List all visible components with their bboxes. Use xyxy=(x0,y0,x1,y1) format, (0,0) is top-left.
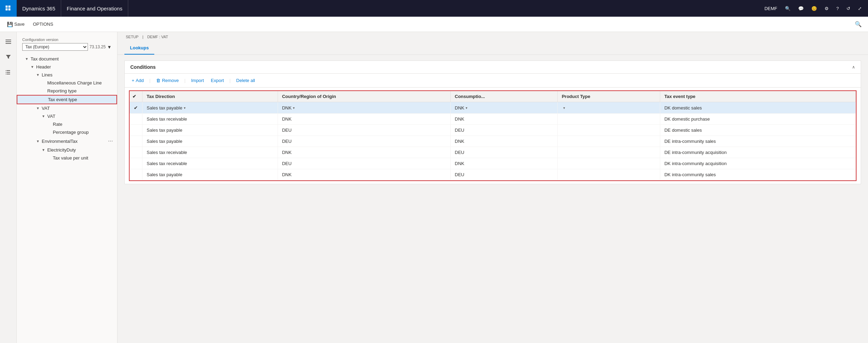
tree-item-electricity-duty[interactable]: ▼ ElectricityDuty xyxy=(17,146,117,154)
notification-nav-button[interactable]: ⚙ xyxy=(821,0,832,17)
consumption-column-header[interactable]: Consumptio... xyxy=(450,91,557,102)
save-button[interactable]: 💾 Save xyxy=(4,20,27,28)
consumption-cell[interactable]: DNK xyxy=(450,114,557,125)
breadcrumb-path: DEMF : VAT xyxy=(147,35,168,39)
table-row[interactable]: Sales tax payable DEU DNK DE intra-commu… xyxy=(130,136,856,147)
tax-direction-cell[interactable]: Sales tax receivable xyxy=(142,114,278,125)
tax-direction-cell[interactable]: Sales tax payable xyxy=(142,169,278,180)
app-grid-button[interactable] xyxy=(0,0,17,17)
add-button[interactable]: + Add xyxy=(129,76,147,84)
remove-button[interactable]: 🗑 Remove xyxy=(153,76,181,84)
add-icon: + xyxy=(132,78,134,83)
product-type-cell[interactable]: ▾ xyxy=(557,102,660,114)
tax-direction-cell[interactable]: Sales tax receivable xyxy=(142,158,278,169)
tree-item-percentage-group[interactable]: Percentage group xyxy=(17,128,117,136)
country-cell[interactable]: DNK ▾ xyxy=(278,102,450,114)
table-row[interactable]: Sales tax payable DEU DEU DE domestic sa… xyxy=(130,125,856,136)
table-row[interactable]: Sales tax payable DNK DEU DK intra-commu… xyxy=(130,169,856,180)
dropdown-arrow-icon: ▾ xyxy=(563,106,565,110)
product-type-cell[interactable] xyxy=(557,169,660,180)
tree-item-vat1[interactable]: ▼ VAT xyxy=(17,104,117,112)
search-nav-button[interactable]: 🔍 xyxy=(781,0,794,17)
dynamics-label[interactable]: Dynamics 365 xyxy=(17,0,61,17)
product-type-cell[interactable] xyxy=(557,147,660,158)
product-type-cell[interactable] xyxy=(557,114,660,125)
check-cell[interactable]: ✔ xyxy=(130,102,142,114)
tax-event-type-cell[interactable]: DE intra-community sales xyxy=(660,136,855,147)
tree-item-lines[interactable]: ▼ Lines xyxy=(17,71,117,79)
expand-nav-button[interactable]: ⤢ xyxy=(854,0,865,17)
tax-direction-column-header[interactable]: Tax Direction xyxy=(142,91,278,102)
tax-event-type-cell[interactable]: DE domestic sales xyxy=(660,125,855,136)
consumption-cell[interactable]: DNK ▾ xyxy=(450,102,557,114)
table-header: ✔ Tax Direction Country/Region of Origin… xyxy=(130,91,856,102)
help-nav-button[interactable]: ? xyxy=(833,0,842,17)
conditions-header[interactable]: Conditions ∧ xyxy=(125,61,861,74)
country-cell[interactable]: DEU xyxy=(278,136,450,147)
country-cell[interactable]: DNK xyxy=(278,169,450,180)
company-label[interactable]: DEMF xyxy=(761,0,781,17)
export-button[interactable]: Export xyxy=(208,76,227,84)
filter-icon[interactable] xyxy=(1,50,15,64)
breadcrumb-separator: | xyxy=(142,35,144,39)
tree-item-environmental-tax[interactable]: ▼ EnvironmentalTax ⋯ xyxy=(17,136,117,146)
config-version-dropdown[interactable]: Tax (Europe) xyxy=(22,43,88,51)
options-button[interactable]: OPTIONS xyxy=(30,20,56,28)
tree-item-tax-event-type[interactable]: Tax event type xyxy=(17,95,117,104)
tree-dots-icon[interactable]: ⋯ xyxy=(107,138,114,145)
tax-event-type-cell[interactable]: DK domestic purchase xyxy=(660,114,855,125)
tree-item-tax-value-per-unit[interactable]: Tax value per unit xyxy=(17,154,117,162)
check-column-header: ✔ xyxy=(130,91,142,102)
tree-panel: Configuration version Tax (Europe) 73.13… xyxy=(17,32,117,343)
tree-item-rate[interactable]: Rate xyxy=(17,120,117,128)
table-row[interactable]: Sales tax receivable DEU DNK DK intra-co… xyxy=(130,158,856,169)
country-cell[interactable]: DEU xyxy=(278,125,450,136)
tax-event-type-cell[interactable]: DE intra-community acquisition xyxy=(660,147,855,158)
country-cell[interactable]: DNK xyxy=(278,147,450,158)
country-cell[interactable]: DEU xyxy=(278,158,450,169)
hamburger-menu-icon[interactable] xyxy=(1,35,15,49)
list-icon[interactable] xyxy=(1,65,15,79)
breadcrumb: SETUP | DEMF : VAT xyxy=(117,32,868,42)
product-type-column-header[interactable]: Product Type xyxy=(557,91,660,102)
tree-item-reporting-type[interactable]: Reporting type xyxy=(17,87,117,95)
consumption-cell[interactable]: DNK xyxy=(450,158,557,169)
consumption-cell[interactable]: DEU xyxy=(450,125,557,136)
delete-all-button[interactable]: Delete all xyxy=(234,76,258,84)
consumption-cell[interactable]: DEU xyxy=(450,169,557,180)
country-cell[interactable]: DNK xyxy=(278,114,450,125)
consumption-cell[interactable]: DEU xyxy=(450,147,557,158)
table-row[interactable]: ✔ Sales tax payable ▾ DNK xyxy=(130,102,856,114)
import-button[interactable]: Import xyxy=(188,76,207,84)
table-row[interactable]: Sales tax receivable DNK DEU DE intra-co… xyxy=(130,147,856,158)
product-type-cell[interactable] xyxy=(557,158,660,169)
user-nav-button[interactable]: 😊 xyxy=(808,0,820,17)
tree-item-tax-document[interactable]: ▼ Tax document xyxy=(17,55,117,63)
svg-rect-4 xyxy=(6,40,11,40)
tab-lookups[interactable]: Lookups xyxy=(124,42,154,55)
tax-event-type-column-header[interactable]: Tax event type xyxy=(660,91,855,102)
tax-event-type-cell[interactable]: DK intra-community acquisition xyxy=(660,158,855,169)
tax-direction-cell[interactable]: Sales tax payable xyxy=(142,136,278,147)
tax-direction-cell[interactable]: Sales tax payable xyxy=(142,125,278,136)
tax-direction-cell[interactable]: Sales tax receivable xyxy=(142,147,278,158)
tax-event-type-cell[interactable]: DK domestic sales xyxy=(660,102,855,114)
content-area: SETUP | DEMF : VAT Lookups Conditions ∧ … xyxy=(117,32,868,343)
message-nav-button[interactable]: 💬 xyxy=(795,0,807,17)
table-row[interactable]: Sales tax receivable DNK DNK DK domestic… xyxy=(130,114,856,125)
icon-strip xyxy=(0,32,17,343)
breadcrumb-setup: SETUP xyxy=(126,35,139,39)
product-type-cell[interactable] xyxy=(557,136,660,147)
country-column-header[interactable]: Country/Region of Origin xyxy=(278,91,450,102)
tree-item-header[interactable]: ▼ Header xyxy=(17,63,117,71)
svg-rect-5 xyxy=(6,41,11,42)
refresh-nav-button[interactable]: ↺ xyxy=(843,0,854,17)
search-command-icon[interactable]: 🔍 xyxy=(853,19,864,29)
consumption-cell[interactable]: DNK xyxy=(450,136,557,147)
tax-event-type-cell[interactable]: DK intra-community sales xyxy=(660,169,855,180)
product-type-cell[interactable] xyxy=(557,125,660,136)
tax-direction-cell[interactable]: Sales tax payable ▾ xyxy=(142,102,278,114)
version-dropdown-arrow[interactable]: ▼ xyxy=(107,44,112,50)
tree-item-vat2[interactable]: ▼ VAT xyxy=(17,112,117,120)
tree-item-misc-charge[interactable]: Miscellaneous Charge Line xyxy=(17,79,117,87)
